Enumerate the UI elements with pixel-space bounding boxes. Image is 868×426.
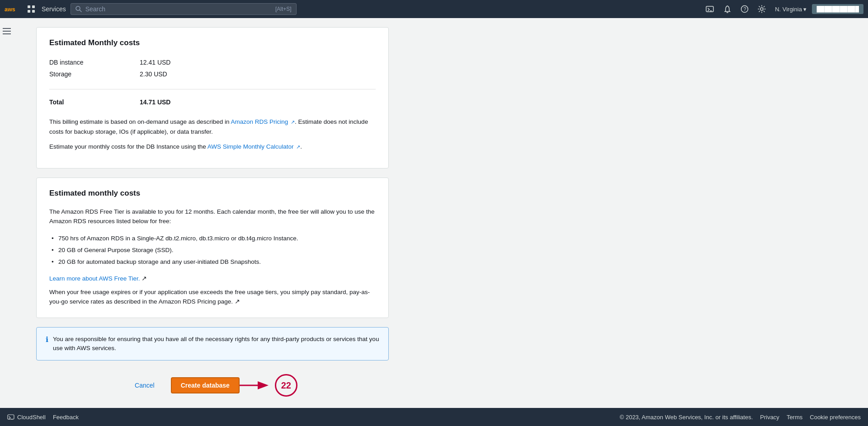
cost-divider (49, 89, 376, 89)
region-selector[interactable]: N. Virginia ▾ (771, 4, 810, 14)
help-icon[interactable]: ? (737, 3, 752, 15)
search-bar[interactable]: [Alt+S] (71, 3, 297, 15)
annotation-number: 22 (281, 380, 291, 391)
amazon-rds-pricing-link[interactable]: Amazon RDS Pricing ↗ (231, 118, 295, 125)
billing-note-1: This billing estimate is based on on-dem… (49, 117, 376, 136)
annotation-container: Create database 22 (171, 374, 297, 397)
estimated-monthly-costs-title: Estimated Monthly costs (49, 38, 376, 47)
free-tier-expiry-note: When your free usage expires or if your … (49, 287, 376, 307)
svg-text:?: ? (744, 6, 746, 12)
feedback-link[interactable]: Feedback (53, 414, 79, 421)
bell-icon[interactable] (720, 3, 735, 15)
svg-rect-7 (706, 6, 713, 12)
external-link-icon-1: ↗ (291, 119, 295, 125)
svg-rect-2 (32, 5, 35, 8)
nav-services-link[interactable]: Services (42, 5, 66, 13)
cloudshell-button[interactable]: CloudShell (7, 413, 46, 421)
svg-rect-4 (32, 10, 35, 13)
search-shortcut: [Alt+S] (275, 6, 292, 12)
settings-icon[interactable] (754, 3, 769, 15)
search-icon (75, 6, 82, 12)
amazon-rds-pricing-page-link[interactable]: Amazon RDS Pricing page. (159, 298, 233, 305)
cost-value-total: 14.71 USD (140, 95, 376, 108)
table-row: DB instance 12.41 USD (49, 56, 376, 68)
privacy-link[interactable]: Privacy (760, 414, 779, 421)
table-row: Total 14.71 USD (49, 95, 376, 108)
estimated-monthly-costs-free-title: Estimated monthly costs (49, 189, 376, 198)
content-area: Estimated Monthly costs DB instance 12.4… (36, 27, 389, 406)
action-bar: Cancel Create database 22 (36, 370, 389, 406)
aws-logo[interactable]: aws (5, 4, 21, 14)
cookie-preferences-link[interactable]: Cookie preferences (810, 414, 861, 421)
info-icon: ℹ (46, 335, 48, 344)
create-database-button[interactable]: Create database (171, 377, 240, 393)
external-link-icon-2: ↗ (296, 144, 300, 150)
svg-line-6 (80, 10, 81, 12)
top-navigation: aws Services [Alt+S] (0, 0, 868, 18)
svg-rect-14 (8, 415, 14, 419)
cost-label-total: Total (49, 95, 140, 108)
annotation-badge: 22 (275, 374, 297, 397)
bottom-bar: CloudShell Feedback © 2023, Amazon Web S… (0, 408, 868, 426)
terms-link[interactable]: Terms (787, 414, 802, 421)
cloudshell-icon (7, 413, 14, 421)
copyright-text: © 2023, Amazon Web Services, Inc. or its… (620, 414, 753, 421)
estimated-monthly-costs-free-card: Estimated monthly costs The Amazon RDS F… (36, 178, 389, 318)
list-item: 20 GB for automated backup storage and a… (49, 256, 376, 268)
external-link-icon-4: ↗ (235, 298, 240, 305)
free-tier-list: 750 hrs of Amazon RDS in a Single-AZ db.… (49, 233, 376, 268)
cost-table: DB instance 12.41 USD Storage 2.30 USD (49, 56, 376, 80)
cloudshell-label: CloudShell (17, 414, 46, 421)
learn-more-free-tier: Learn more about AWS Free Tier. ↗ (49, 275, 376, 282)
list-item: 750 hrs of Amazon RDS in a Single-AZ db.… (49, 233, 376, 244)
user-menu[interactable]: ███████████ (812, 4, 863, 14)
apps-grid-icon[interactable] (25, 3, 37, 15)
terminal-icon[interactable] (702, 3, 718, 15)
arrow-svg (240, 379, 271, 392)
info-box: ℹ You are responsible for ensuring that … (36, 327, 389, 361)
billing-note-2: Estimate your monthly costs for the DB I… (49, 142, 376, 152)
nav-right-controls: ? N. Virginia ▾ ███████████ (702, 3, 863, 15)
cost-label-db-instance: DB instance (49, 56, 140, 68)
external-link-icon-3: ↗ (142, 275, 147, 282)
aws-simple-monthly-calculator-link[interactable]: AWS Simple Monthly Calculator ↗ (208, 143, 301, 150)
table-row: Storage 2.30 USD (49, 68, 376, 80)
cost-total-table: Total 14.71 USD (49, 95, 376, 108)
annotation-arrow (240, 379, 271, 392)
svg-point-11 (760, 8, 763, 10)
cost-value-storage: 2.30 USD (140, 68, 376, 80)
svg-text:aws: aws (5, 6, 15, 13)
main-content: Estimated Monthly costs DB instance 12.4… (0, 18, 868, 408)
list-item: 20 GB of General Purpose Storage (SSD). (49, 244, 376, 256)
learn-more-aws-free-tier-link[interactable]: Learn more about AWS Free Tier. (49, 275, 140, 282)
free-tier-intro: The Amazon RDS Free Tier is available to… (49, 207, 376, 226)
info-box-text: You are responsible for ensuring that yo… (53, 335, 379, 353)
bottom-right-links: © 2023, Amazon Web Services, Inc. or its… (620, 414, 861, 421)
cancel-button[interactable]: Cancel (127, 378, 162, 393)
svg-rect-1 (28, 5, 30, 8)
search-input[interactable] (85, 5, 272, 13)
cost-label-storage: Storage (49, 68, 140, 80)
estimated-monthly-costs-card: Estimated Monthly costs DB instance 12.4… (36, 27, 389, 169)
svg-rect-3 (28, 10, 30, 13)
cost-value-db-instance: 12.41 USD (140, 56, 376, 68)
